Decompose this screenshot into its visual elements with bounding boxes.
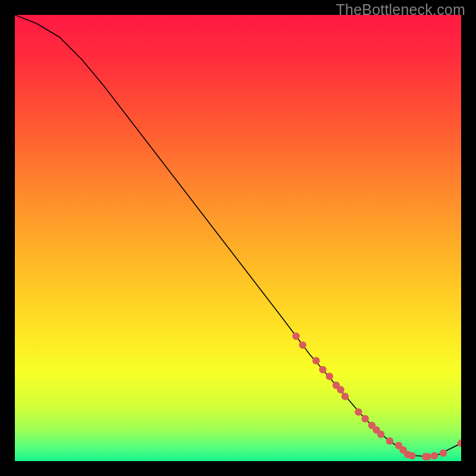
data-point: [337, 386, 344, 393]
data-point: [362, 415, 369, 422]
data-point: [440, 449, 447, 456]
watermark-text: TheBottleneck.com: [336, 1, 465, 18]
data-point: [312, 357, 320, 364]
bottleneck-chart: [15, 15, 461, 461]
chart-container: TheBottleneck.com: [0, 0, 476, 476]
data-point: [431, 452, 438, 459]
data-point: [342, 393, 349, 400]
data-point: [299, 342, 306, 349]
data-point: [386, 437, 393, 444]
data-point: [408, 452, 415, 459]
data-point: [424, 453, 431, 460]
gradient-background: [15, 15, 461, 461]
data-point: [377, 431, 384, 438]
data-point: [326, 372, 333, 380]
data-point: [355, 408, 362, 415]
data-point: [319, 366, 326, 373]
data-point: [292, 333, 299, 340]
